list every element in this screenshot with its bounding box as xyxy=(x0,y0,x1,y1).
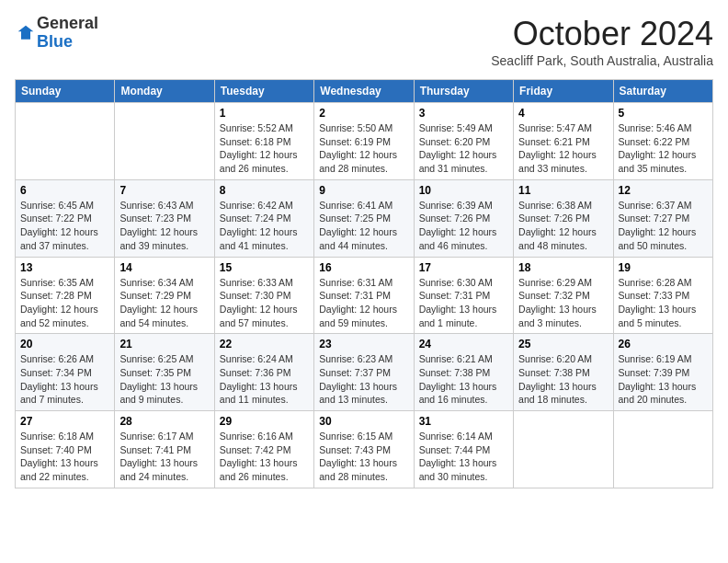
title-block: October 2024 Seacliff Park, South Austra… xyxy=(491,15,713,68)
logo-general: General xyxy=(37,15,98,33)
day-detail: Sunrise: 5:46 AM Sunset: 6:22 PM Dayligh… xyxy=(619,121,708,176)
calendar-day-cell: 14Sunrise: 6:34 AM Sunset: 7:29 PM Dayli… xyxy=(115,257,214,334)
day-detail: Sunrise: 6:41 AM Sunset: 7:25 PM Dayligh… xyxy=(319,199,408,253)
day-detail: Sunrise: 6:38 AM Sunset: 7:26 PM Dayligh… xyxy=(518,199,608,253)
day-number: 2 xyxy=(319,107,408,120)
day-number: 6 xyxy=(20,184,109,197)
calendar-day-cell: 21Sunrise: 6:25 AM Sunset: 7:35 PM Dayli… xyxy=(115,334,214,411)
weekday-header-cell: Tuesday xyxy=(214,80,313,103)
day-number: 30 xyxy=(319,415,408,428)
calendar-day-cell: 27Sunrise: 6:18 AM Sunset: 7:40 PM Dayli… xyxy=(16,411,115,488)
day-number: 19 xyxy=(619,261,708,274)
calendar-day-cell: 31Sunrise: 6:14 AM Sunset: 7:44 PM Dayli… xyxy=(414,411,513,488)
calendar-day-cell: 22Sunrise: 6:24 AM Sunset: 7:36 PM Dayli… xyxy=(214,334,313,411)
calendar-day-cell xyxy=(115,103,214,180)
day-detail: Sunrise: 6:14 AM Sunset: 7:44 PM Dayligh… xyxy=(419,430,508,484)
day-number: 31 xyxy=(419,415,508,428)
day-number: 9 xyxy=(319,184,408,197)
day-number: 8 xyxy=(220,184,309,197)
calendar-day-cell: 13Sunrise: 6:35 AM Sunset: 7:28 PM Dayli… xyxy=(16,257,115,334)
day-detail: Sunrise: 6:42 AM Sunset: 7:24 PM Dayligh… xyxy=(220,199,309,253)
calendar-day-cell: 6Sunrise: 6:45 AM Sunset: 7:22 PM Daylig… xyxy=(16,179,115,257)
calendar-day-cell: 10Sunrise: 6:39 AM Sunset: 7:26 PM Dayli… xyxy=(414,179,513,257)
day-number: 21 xyxy=(119,338,209,350)
weekday-header-cell: Friday xyxy=(514,80,613,103)
calendar-day-cell: 2Sunrise: 5:50 AM Sunset: 6:19 PM Daylig… xyxy=(314,103,414,180)
calendar-day-cell: 4Sunrise: 5:47 AM Sunset: 6:21 PM Daylig… xyxy=(514,103,613,180)
calendar-day-cell: 29Sunrise: 6:16 AM Sunset: 7:42 PM Dayli… xyxy=(214,411,313,488)
calendar-day-cell: 25Sunrise: 6:20 AM Sunset: 7:38 PM Dayli… xyxy=(514,334,613,411)
day-detail: Sunrise: 6:15 AM Sunset: 7:43 PM Dayligh… xyxy=(319,430,408,484)
calendar-day-cell xyxy=(613,411,712,488)
day-detail: Sunrise: 5:47 AM Sunset: 6:21 PM Dayligh… xyxy=(518,121,608,176)
calendar-week-row: 1Sunrise: 5:52 AM Sunset: 6:18 PM Daylig… xyxy=(16,103,713,180)
day-number: 4 xyxy=(518,107,608,120)
svg-marker-0 xyxy=(18,25,34,39)
day-detail: Sunrise: 5:52 AM Sunset: 6:18 PM Dayligh… xyxy=(220,121,309,176)
calendar-day-cell: 1Sunrise: 5:52 AM Sunset: 6:18 PM Daylig… xyxy=(214,103,313,180)
day-detail: Sunrise: 6:43 AM Sunset: 7:23 PM Dayligh… xyxy=(119,199,209,253)
day-detail: Sunrise: 6:37 AM Sunset: 7:27 PM Dayligh… xyxy=(619,199,708,253)
day-number: 28 xyxy=(119,415,209,428)
calendar-week-row: 6Sunrise: 6:45 AM Sunset: 7:22 PM Daylig… xyxy=(16,179,713,257)
calendar-week-row: 20Sunrise: 6:26 AM Sunset: 7:34 PM Dayli… xyxy=(16,334,713,411)
weekday-header-cell: Monday xyxy=(115,80,214,103)
day-detail: Sunrise: 6:17 AM Sunset: 7:41 PM Dayligh… xyxy=(119,430,209,484)
page-header: General Blue October 2024 Seacliff Park,… xyxy=(15,15,713,68)
day-detail: Sunrise: 6:45 AM Sunset: 7:22 PM Dayligh… xyxy=(20,199,109,253)
day-number: 15 xyxy=(220,261,309,274)
calendar-day-cell: 7Sunrise: 6:43 AM Sunset: 7:23 PM Daylig… xyxy=(115,179,214,257)
day-number: 27 xyxy=(20,415,109,428)
day-detail: Sunrise: 6:21 AM Sunset: 7:38 PM Dayligh… xyxy=(419,352,508,407)
calendar-day-cell: 17Sunrise: 6:30 AM Sunset: 7:31 PM Dayli… xyxy=(414,257,513,334)
day-number: 17 xyxy=(419,261,508,274)
day-detail: Sunrise: 6:20 AM Sunset: 7:38 PM Dayligh… xyxy=(518,352,608,407)
calendar-table: SundayMondayTuesdayWednesdayThursdayFrid… xyxy=(15,79,713,488)
calendar-day-cell: 28Sunrise: 6:17 AM Sunset: 7:41 PM Dayli… xyxy=(115,411,214,488)
day-number: 14 xyxy=(119,261,209,274)
day-number: 10 xyxy=(419,184,508,197)
day-detail: Sunrise: 6:16 AM Sunset: 7:42 PM Dayligh… xyxy=(220,430,309,484)
weekday-header-cell: Wednesday xyxy=(314,80,414,103)
logo-blue: Blue xyxy=(37,33,98,52)
day-number: 29 xyxy=(220,415,309,428)
day-number: 13 xyxy=(20,261,109,274)
day-detail: Sunrise: 5:50 AM Sunset: 6:19 PM Dayligh… xyxy=(319,121,408,176)
month-year-title: October 2024 xyxy=(491,15,713,53)
day-detail: Sunrise: 6:34 AM Sunset: 7:29 PM Dayligh… xyxy=(119,276,209,330)
day-detail: Sunrise: 6:25 AM Sunset: 7:35 PM Dayligh… xyxy=(119,352,209,407)
day-detail: Sunrise: 6:18 AM Sunset: 7:40 PM Dayligh… xyxy=(20,430,109,484)
weekday-header-cell: Sunday xyxy=(16,80,115,103)
calendar-day-cell: 19Sunrise: 6:28 AM Sunset: 7:33 PM Dayli… xyxy=(613,257,712,334)
weekday-header-cell: Thursday xyxy=(414,80,513,103)
logo-icon xyxy=(17,24,35,42)
calendar-day-cell: 3Sunrise: 5:49 AM Sunset: 6:20 PM Daylig… xyxy=(414,103,513,180)
day-detail: Sunrise: 6:33 AM Sunset: 7:30 PM Dayligh… xyxy=(220,276,309,330)
calendar-day-cell: 12Sunrise: 6:37 AM Sunset: 7:27 PM Dayli… xyxy=(613,179,712,257)
calendar-day-cell: 8Sunrise: 6:42 AM Sunset: 7:24 PM Daylig… xyxy=(214,179,313,257)
day-detail: Sunrise: 6:30 AM Sunset: 7:31 PM Dayligh… xyxy=(419,276,508,330)
day-number: 12 xyxy=(619,184,708,197)
calendar-week-row: 27Sunrise: 6:18 AM Sunset: 7:40 PM Dayli… xyxy=(16,411,713,488)
day-detail: Sunrise: 6:31 AM Sunset: 7:31 PM Dayligh… xyxy=(319,276,408,330)
day-detail: Sunrise: 6:24 AM Sunset: 7:36 PM Dayligh… xyxy=(220,352,309,407)
day-number: 22 xyxy=(220,338,309,350)
calendar-day-cell: 26Sunrise: 6:19 AM Sunset: 7:39 PM Dayli… xyxy=(613,334,712,411)
day-detail: Sunrise: 6:26 AM Sunset: 7:34 PM Dayligh… xyxy=(20,352,109,407)
day-detail: Sunrise: 6:39 AM Sunset: 7:26 PM Dayligh… xyxy=(419,199,508,253)
logo: General Blue xyxy=(15,15,98,52)
calendar-day-cell: 18Sunrise: 6:29 AM Sunset: 7:32 PM Dayli… xyxy=(514,257,613,334)
day-number: 3 xyxy=(419,107,508,120)
day-number: 24 xyxy=(419,338,508,350)
day-detail: Sunrise: 5:49 AM Sunset: 6:20 PM Dayligh… xyxy=(419,121,508,176)
location-subtitle: Seacliff Park, South Australia, Australi… xyxy=(491,53,713,68)
calendar-day-cell: 23Sunrise: 6:23 AM Sunset: 7:37 PM Dayli… xyxy=(314,334,414,411)
day-detail: Sunrise: 6:29 AM Sunset: 7:32 PM Dayligh… xyxy=(518,276,608,330)
day-number: 23 xyxy=(319,338,408,350)
day-number: 20 xyxy=(20,338,109,350)
weekday-header-row: SundayMondayTuesdayWednesdayThursdayFrid… xyxy=(16,80,713,103)
calendar-day-cell: 9Sunrise: 6:41 AM Sunset: 7:25 PM Daylig… xyxy=(314,179,414,257)
weekday-header-cell: Saturday xyxy=(613,80,712,103)
logo-text: General Blue xyxy=(37,15,98,52)
calendar-day-cell: 16Sunrise: 6:31 AM Sunset: 7:31 PM Dayli… xyxy=(314,257,414,334)
